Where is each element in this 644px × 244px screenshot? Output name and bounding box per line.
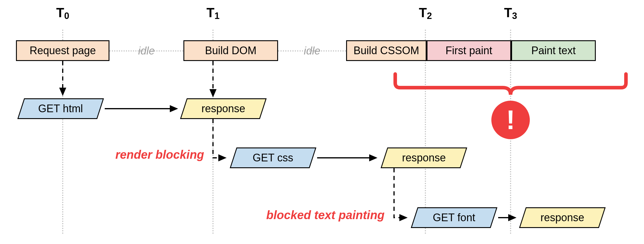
box-response-html-label: response	[201, 102, 245, 115]
arrow-responsecss-to-getfont	[394, 168, 406, 218]
idle-label-1: idle	[138, 45, 155, 57]
time-label-t0: T0	[56, 5, 69, 20]
annotation-blocked-text-painting: blocked text painting	[225, 208, 385, 222]
time-label-t2-letter: T	[419, 5, 427, 20]
box-build-dom-label: Build DOM	[205, 44, 256, 57]
box-request-page: Request page	[16, 40, 109, 61]
box-get-css: GET css	[230, 147, 317, 168]
time-label-t0-sub: 0	[64, 11, 69, 21]
box-build-dom: Build DOM	[183, 40, 278, 61]
box-response-css: response	[381, 147, 467, 168]
time-label-t1: T1	[206, 5, 219, 20]
time-label-t0-letter: T	[56, 5, 64, 20]
time-label-t2: T2	[419, 5, 432, 20]
time-label-t1-letter: T	[206, 5, 214, 20]
idle-label-2: idle	[304, 45, 320, 57]
annotation-render-blocking: render blocking	[95, 148, 204, 161]
box-paint-text-label: Paint text	[531, 44, 576, 57]
box-response-font: response	[519, 207, 606, 228]
box-get-html: GET html	[17, 98, 104, 119]
arrow-responsehtml-to-getcss	[213, 119, 225, 158]
time-label-t3: T3	[504, 5, 517, 20]
time-label-t2-sub: 2	[427, 11, 432, 21]
time-label-t3-letter: T	[504, 5, 512, 20]
box-response-html: response	[180, 98, 267, 119]
time-label-t3-sub: 3	[512, 11, 517, 21]
box-get-css-label: GET css	[253, 152, 293, 164]
box-paint-text: Paint text	[511, 40, 596, 61]
box-request-page-label: Request page	[30, 44, 96, 57]
box-get-font-label: GET font	[433, 211, 475, 224]
box-build-cssom: Build CSSOM	[346, 40, 427, 61]
box-first-paint: First paint	[427, 40, 511, 61]
box-response-css-label: response	[402, 152, 446, 164]
time-label-t1-sub: 1	[214, 11, 219, 21]
warning-icon: !	[491, 101, 530, 139]
warning-glyph: !	[506, 105, 515, 135]
box-get-html-label: GET html	[38, 102, 83, 115]
box-get-font: GET font	[411, 207, 498, 228]
box-response-font-label: response	[540, 211, 584, 224]
timeline-diagram: T0 T1 T2 T3 Request page idle Build DOM …	[0, 0, 644, 244]
box-build-cssom-label: Build CSSOM	[354, 44, 419, 57]
box-first-paint-label: First paint	[446, 44, 492, 57]
